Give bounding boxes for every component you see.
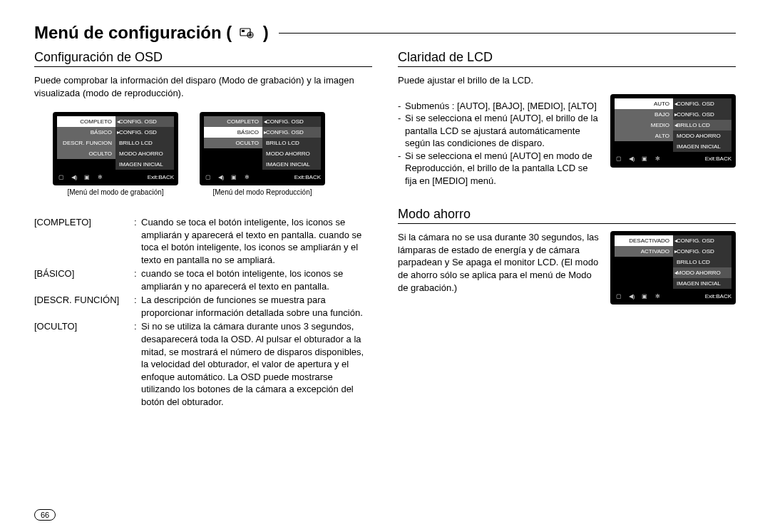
- left-column: Configuración de OSD Puede comprobar la …: [34, 50, 372, 409]
- setup2-icon: ✻: [242, 174, 251, 180]
- mini-menu-recording: COMPLETO BÁSICO DESCR. FUNCION OCULTO ◂C…: [53, 112, 178, 185]
- menu-item: IMAGEN INICIAL: [673, 278, 732, 289]
- section-title-lcd: Claridad de LCD: [398, 50, 736, 65]
- display-icon: ▢: [615, 293, 623, 300]
- mini-menu-playback: COMPLETO BÁSICO OCULTO ◂CONFIG. OSD ▸CON…: [200, 112, 325, 185]
- setup2-icon: ✻: [653, 155, 662, 162]
- menu-item: ◂BRILLO LCD: [673, 120, 732, 131]
- menu-item: OCULTO: [57, 148, 115, 159]
- camera-icon: ▣: [230, 174, 238, 180]
- section-divider: [398, 223, 736, 224]
- footer-icons: ▢◀)▣✻: [204, 174, 251, 180]
- menu-item: DESACTIVADO: [615, 235, 673, 246]
- title-prefix: Menú de configuración (: [34, 23, 237, 42]
- def-label: [OCULTO]: [34, 320, 134, 408]
- menu-screenshots-row: COMPLETO BÁSICO DESCR. FUNCION OCULTO ◂C…: [53, 112, 372, 196]
- exit-label: Exit:BACK: [148, 174, 174, 180]
- menu-item: IMAGEN INICIAL: [673, 141, 732, 152]
- menu-item: OCULTO: [204, 138, 262, 148]
- table-row: [COMPLETO] : Cuando se toca el botón int…: [34, 216, 372, 266]
- ahorro-text: Si la cámara no se usa durante 30 segund…: [398, 231, 600, 294]
- table-row: [OCULTO] : Si no se utiliza la cámara du…: [34, 320, 372, 408]
- display-icon: ▢: [615, 155, 623, 162]
- sound-icon: ◀): [627, 293, 636, 300]
- menu-footer: ▢◀)▣✻ Exit:BACK: [204, 171, 321, 183]
- table-row: [BÁSICO] : cuando se toca el botón intel…: [34, 267, 372, 292]
- footer-icons: ▢◀)▣✻: [57, 174, 104, 180]
- bullet-text: Si se selecciona el menú [AUTO], el bril…: [405, 112, 600, 150]
- manual-page: Menú de configuración ( ) Configuración …: [0, 0, 770, 532]
- display-icon: ▢: [57, 174, 66, 180]
- setup-icon: [240, 27, 255, 39]
- footer-icons: ▢◀)▣✻: [615, 293, 662, 300]
- right-column: Claridad de LCD Puede ajustar el brillo …: [398, 50, 736, 409]
- page-title: Menú de configuración ( ): [34, 23, 274, 43]
- play-icon: ▸: [674, 248, 677, 255]
- sound-icon: ◀): [217, 174, 225, 180]
- menu-item: BÁSICO: [57, 127, 115, 138]
- section-divider: [34, 66, 372, 67]
- osd-intro-text: Puede comprobar la información del dispa…: [34, 74, 372, 99]
- exit-label: Exit:BACK: [294, 174, 321, 180]
- display-icon: ▢: [204, 174, 212, 180]
- play-icon: ▸: [264, 129, 267, 135]
- menu-item: MEDIO: [615, 120, 673, 131]
- triangle-left-icon: ◂: [264, 118, 267, 125]
- def-desc: La descripción de funciones se muestra p…: [141, 294, 372, 319]
- mini-menu-lcd: AUTO BAJO MEDIO ALTO ◂CONFIG. OSD ▸CONFI…: [610, 94, 736, 168]
- menu-item: ▸CONFIG. OSD: [673, 109, 732, 120]
- menu-item: BRILLO LCD: [115, 138, 174, 148]
- page-number: 66: [34, 509, 56, 521]
- mini-menu-ahorro: DESACTIVADO ACTIVADO ◂CONFIG. OSD ▸CONFI…: [610, 231, 736, 305]
- menu-item: ▸CONFIG. OSD: [673, 246, 732, 257]
- menu-item: ACTIVADO: [615, 246, 673, 257]
- menu-caption: [Menú del modo de grabación]: [67, 188, 163, 196]
- sound-icon: ◀): [627, 155, 636, 162]
- page-title-row: Menú de configuración ( ): [34, 23, 736, 43]
- triangle-left-icon: ◂: [674, 270, 677, 276]
- triangle-left-icon: ◂: [674, 122, 677, 128]
- menu-block-playback: COMPLETO BÁSICO OCULTO ◂CONFIG. OSD ▸CON…: [200, 112, 325, 196]
- menu-item: ◂CONFIG. OSD: [115, 116, 174, 127]
- menu-block-recording: COMPLETO BÁSICO DESCR. FUNCION OCULTO ◂C…: [53, 112, 178, 196]
- menu-item: AUTO: [615, 98, 673, 109]
- menu-footer: ▢◀)▣✻ Exit:BACK: [615, 290, 732, 302]
- camera-icon: ▣: [640, 293, 649, 300]
- menu-item: ◂MODO AHORRO: [673, 267, 732, 278]
- lcd-intro-text: Puede ajustar el brillo de la LCD.: [398, 74, 736, 87]
- section-title-ahorro: Modo ahorro: [398, 207, 736, 222]
- footer-icons: ▢◀)▣✻: [615, 155, 662, 162]
- sound-icon: ◀): [70, 174, 78, 180]
- menu-item: ▸CONFIG. OSD: [115, 127, 174, 138]
- menu-item: IMAGEN INICIAL: [262, 159, 321, 170]
- menu-item: ◂CONFIG. OSD: [673, 235, 732, 246]
- menu-item: ◂CONFIG. OSD: [262, 116, 321, 127]
- def-desc: Si no se utiliza la cámara durante unos …: [141, 320, 372, 408]
- page-number-value: 66: [34, 509, 56, 521]
- svg-rect-1: [242, 30, 245, 32]
- def-label: [DESCR. FUNCIÓN]: [34, 294, 134, 319]
- menu-footer: ▢◀)▣✻ Exit:BACK: [57, 171, 174, 183]
- exit-label: Exit:BACK: [705, 155, 732, 162]
- bullet-text: Submenús : [AUTO], [BAJO], [MEDIO], [ALT…: [405, 100, 600, 113]
- menu-item: ▸CONFIG. OSD: [262, 127, 321, 138]
- menu-item: MODO AHORRO: [115, 148, 174, 159]
- def-desc: Cuando se toca el botón inteligente, los…: [141, 216, 372, 266]
- definitions-table: [COMPLETO] : Cuando se toca el botón int…: [34, 216, 372, 408]
- menu-item: MODO AHORRO: [262, 148, 321, 159]
- title-suffix: ): [258, 23, 269, 42]
- menu-item: MODO AHORRO: [673, 131, 732, 141]
- menu-item: BAJO: [615, 109, 673, 120]
- menu-item: BÁSICO: [204, 127, 262, 138]
- def-label: [BÁSICO]: [34, 267, 134, 292]
- section-title-osd: Configuración de OSD: [34, 50, 372, 65]
- setup2-icon: ✻: [96, 174, 104, 180]
- lcd-bullets: -Submenús : [AUTO], [BAJO], [MEDIO], [AL…: [398, 100, 600, 188]
- triangle-left-icon: ◂: [674, 101, 677, 107]
- menu-item: COMPLETO: [204, 116, 262, 127]
- menu-item: COMPLETO: [57, 116, 115, 127]
- menu-item: BRILLO LCD: [262, 138, 321, 148]
- def-desc: cuando se toca el botón inteligente, los…: [141, 267, 372, 292]
- menu-item: DESCR. FUNCION: [57, 138, 115, 148]
- play-icon: ▸: [674, 111, 677, 118]
